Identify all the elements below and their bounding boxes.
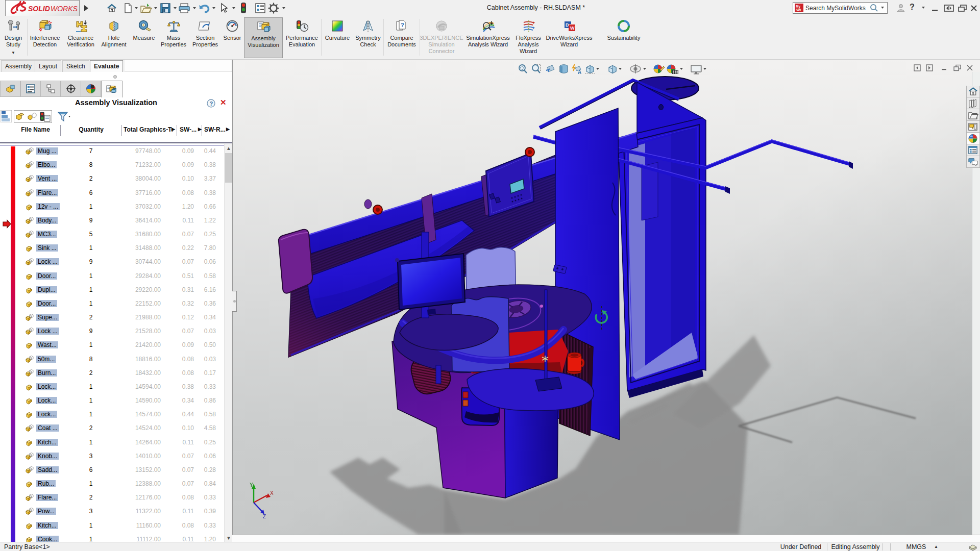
- svg-text:SOLID: SOLID: [28, 5, 50, 13]
- svg-text:SW: SW: [796, 8, 801, 12]
- svg-text:WORKS: WORKS: [51, 5, 78, 13]
- svg-text:Z: Z: [263, 514, 266, 519]
- svg-text:?: ?: [210, 101, 213, 107]
- svg-text:?: ?: [401, 22, 404, 28]
- svg-text:W: W: [570, 26, 575, 31]
- svg-text:A: A: [578, 69, 581, 75]
- svg-text:Y: Y: [250, 482, 253, 488]
- svg-text:X: X: [270, 490, 274, 496]
